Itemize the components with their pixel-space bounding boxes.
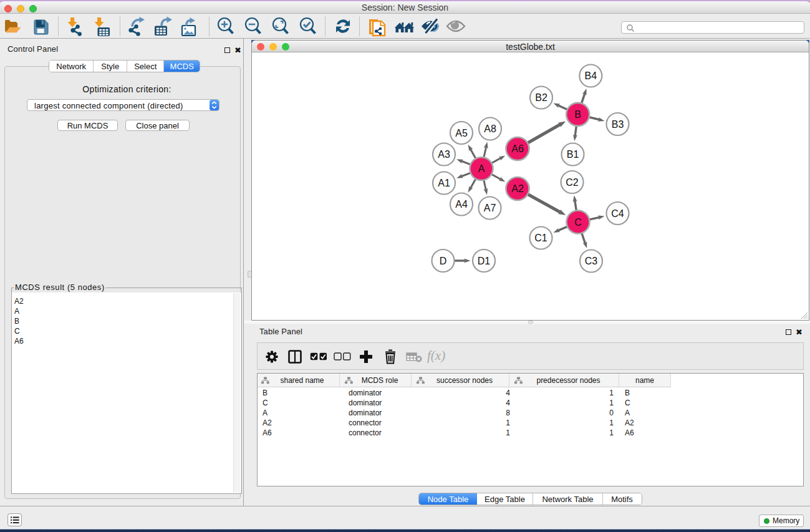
svg-text:B: B <box>574 109 581 120</box>
svg-text:A3: A3 <box>438 149 450 160</box>
svg-text:B3: B3 <box>612 119 624 130</box>
svg-text:A2: A2 <box>511 183 524 194</box>
svg-text:C2: C2 <box>566 177 579 188</box>
svg-text:A8: A8 <box>484 123 496 134</box>
svg-text:A6: A6 <box>511 143 524 154</box>
svg-text:A: A <box>478 163 485 174</box>
svg-text:C4: C4 <box>611 208 624 219</box>
svg-text:B1: B1 <box>567 149 579 160</box>
svg-text:D: D <box>440 256 447 266</box>
svg-text:C3: C3 <box>585 256 598 266</box>
svg-text:A1: A1 <box>438 178 450 188</box>
svg-text:A7: A7 <box>484 203 496 213</box>
svg-text:B4: B4 <box>585 70 597 81</box>
svg-text:A4: A4 <box>455 199 468 210</box>
svg-text:C: C <box>574 217 582 228</box>
svg-text:B2: B2 <box>535 92 547 103</box>
svg-text:A5: A5 <box>455 128 468 138</box>
svg-text:C1: C1 <box>534 233 547 243</box>
svg-text:D1: D1 <box>478 256 491 266</box>
